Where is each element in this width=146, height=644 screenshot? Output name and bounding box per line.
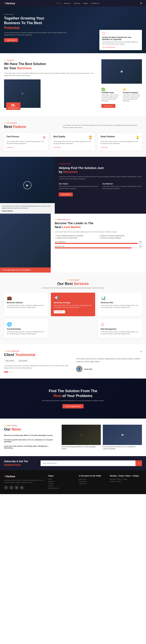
footer-col-news-item-2[interactable]: News Item 3 [79,483,106,484]
services-section: ⚡ Our Services Our Best Services Lorem i… [0,272,146,344]
testimonial-author: 👤 Kayla Dam [76,366,142,372]
vision-section: ▶ Lorem ipsum dolor sit amet, consectetu… [0,157,146,214]
business-plan-icon: 📊 [101,296,139,300]
marketing-strategy-desc: Lorem ipsum dolor sit amet, consectetur … [54,304,92,309]
smart-solution-link[interactable]: Learn More [100,147,108,148]
risk-management-icon: ⚠ [101,322,139,327]
vision-quote-text: Lorem ipsum dolor sit amet, consectetur … [2,205,53,210]
subscribe-title: Subscribe & Get The Updated News [4,460,36,467]
nav-hamburger-icon[interactable]: ≡ [140,2,142,5]
vision-play-button[interactable]: ▶ [23,181,31,189]
news-item-2[interactable]: Coca-Cola nears deal for controlling sta… [4,445,58,449]
cta-desc: Lorem ipsum dolor sit amet, consectetur … [42,400,104,401]
footer-social-facebook[interactable]: f [4,486,8,490]
news-item-1[interactable]: Economic growth rate slows to 2% on a sl… [4,439,58,442]
about-learn-more-button[interactable]: Learn More [101,104,115,108]
news-image-0[interactable]: ₿ Bitcoin Accounting Zaps Millions From … [62,425,101,450]
testimonial-dot-active[interactable] [4,372,8,372]
testimonial-label: ⚡ Our Testimonial [4,350,70,352]
news-item-0[interactable]: Bitcoin Accounting Zaps Millions From Mi… [4,434,58,436]
subscribe-section: Subscribe & Get The Updated News › [0,456,146,470]
cta-appointment-button[interactable]: See An Appointment [62,404,84,408]
news-item-0-title: Bitcoin Accounting Zaps Millions From Mi… [4,434,58,436]
why-left: If You Need Help, Get A Consultation [0,214,51,272]
services-label: ⚡ Our Services [66,279,79,281]
vision-left: ▶ Lorem ipsum dolor sit amet, consectetu… [0,157,55,214]
service-card-business-solution: 💼 Business Solution Lorem ipsum dolor si… [4,293,48,316]
subscribe-submit-button[interactable]: › [136,460,142,466]
navbar: VVerines Home About Us Services Pages Co… [0,0,146,6]
footer-social-linkedin[interactable]: in [14,486,19,490]
footer-col-hours-sat: Saturday: 7:00am – 3:30pm [110,478,142,480]
news-image-1[interactable]: 📰 Economic growth rate slows to 2% on a … [103,425,142,450]
vision-right: Company Vision Helping Find The Solution… [55,157,146,214]
footer-col-news-item-0[interactable]: News Item 1 [79,478,106,480]
news-section: ⚡ News & Blog Our News Bitcoin Accountin… [0,418,146,456]
subscribe-form: › [40,460,142,466]
features-header-right: Lorem ipsum dolor sit amet, consectetur … [63,122,142,129]
fast-process-desc: Lorem ipsum dolor sit amet, consectetur … [6,140,46,145]
testimonial-dots [4,372,70,372]
marketing-strategy-btn[interactable]: Learn More [54,310,65,313]
subscribe-email-input[interactable] [40,460,136,466]
testimonial-dot-inactive-1[interactable] [9,372,10,372]
footer-col-pages-home[interactable]: Home [48,478,75,480]
vision-learn-more-button[interactable]: Learn More [59,192,73,196]
social-branding-title: Social Branding [7,328,45,330]
testimonial-dot-inactive-2[interactable] [11,372,13,372]
risk-management-desc: Lorem ipsum dolor sit amet, consectetur … [101,331,139,335]
fast-process-link[interactable]: Learn More [6,147,14,148]
why-section: If You Need Help, Get A Consultation ⚡ W… [0,214,146,272]
footer-social-googleplus[interactable]: g+ [20,486,24,490]
why-bullets: ●We Are Leading in Business & Corporatio… [55,235,142,239]
news-title: Our News [4,427,58,432]
footer-col-pages-contact[interactable]: Contact [48,485,75,486]
service-card-marketing-strategy: 📢 Marketing Strategy Lorem ipsum dolor s… [51,293,95,316]
services-label-icon: ⚡ [66,279,69,281]
hero-learn-more-button[interactable]: Learn More [4,38,18,42]
nav-logo[interactable]: VVerines [4,2,15,5]
about-experience-badge: 25+ Year Experience [6,102,20,110]
testimonial-left: ⚡ Our Testimonial Client Testimonial SOL… [4,350,70,372]
testimonial-sub-desc: Lorem ipsum dolor sit amet, consectetur … [4,364,70,369]
features-desc: Lorem ipsum dolor sit amet, consectetur … [63,124,142,128]
services-title: Our Best Services [4,282,142,286]
nav-pages[interactable]: Pages [83,2,88,4]
footer-col-pages-appointment[interactable]: Our Appointment [48,488,75,489]
testimonial-logo-1: SOLUTION [4,359,15,362]
about-features: ✅ Certified Team Lorem ipsum dolor sit a… [101,88,142,102]
features-section: ⚡ Our Features Best Feature Lorem ipsum … [0,116,146,157]
footer-col-pages-services[interactable]: Services [48,483,75,484]
marketing-strategy-icon: 📢 [54,296,92,300]
nav-services[interactable]: Services [74,2,80,4]
why-bullet-1: ●Solutions For Small & Large Business [99,235,142,236]
feature-card-fast-process: Fast Process ⚙ Lorem ipsum dolor sit ame… [4,133,48,151]
news-left: ⚡ News & Blog Our News Bitcoin Accountin… [4,425,58,450]
hero-card-title: Giving The Best Solution for Your Busine… [102,36,139,40]
news-label: ⚡ News & Blog [4,425,58,426]
hero-card-link[interactable]: See An Appointment › [102,46,116,48]
testimonial-quote-icon: " [76,350,142,356]
nav-home[interactable]: Home [56,2,61,4]
vision-quote-card: Lorem ipsum dolor sit amet, consectetur … [0,203,55,214]
testimonial-author-name: Kayla Dam [84,368,92,370]
cta-title: Find The Solution From The Rest of Your … [49,389,97,398]
nav-contact[interactable]: Contact Us [91,2,99,4]
trusted-desc: Lorem ipsum dolor sit amet, consectetur … [123,94,142,102]
footer-col-pages-about[interactable]: About Us [48,481,75,482]
vision-vision-item: Our Vision Lorem ipsum dolor sit amet, c… [59,183,98,190]
footer: VVerines Lorem ipsum dolor sit amet, con… [0,470,146,494]
about-right-image: 👔 [101,59,142,84]
best-quality-link[interactable]: Learn More [53,147,61,148]
about-feature-trusted: ⭐ Trusted Company Lorem ipsum dolor sit … [123,88,142,102]
vision-title: Helping Find The Solution Just by Discus… [59,166,142,174]
news-image-1-label: Economic growth rate slows to 2% on a sl… [103,446,142,450]
why-bullet-3: ●Learn From Customer Feedback [99,237,142,239]
about-left: ⚡ About Us We Have The Best Solution for… [4,59,97,110]
footer-social-twitter[interactable]: t [9,486,13,490]
footer-col-hours-title: Monday - Friday 7:00am – 5:00pm [110,475,142,477]
certified-desc: Lorem ipsum dolor sit amet, consectetur … [101,94,121,102]
nav-about[interactable]: About Us [64,2,71,4]
business-solution-icon: 💼 [7,296,45,300]
footer-col-news-item-1[interactable]: News Item 2 [79,481,106,482]
